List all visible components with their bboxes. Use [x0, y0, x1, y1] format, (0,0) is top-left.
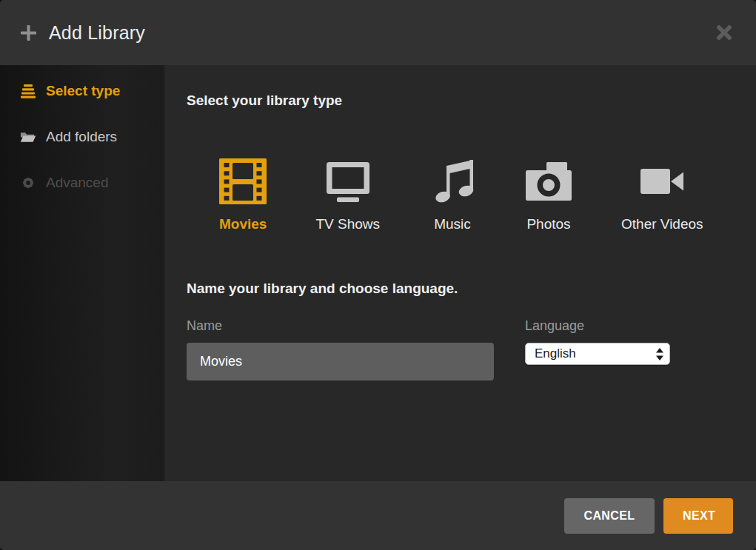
close-button[interactable] [713, 21, 735, 44]
add-library-dialog: Add Library [0, 0, 756, 550]
close-icon [716, 24, 732, 41]
select-arrows-icon [655, 347, 664, 361]
next-button[interactable]: NEXT [663, 498, 733, 534]
language-field-group: Language English [525, 318, 673, 380]
folder-open-icon [20, 130, 36, 144]
list-icon [20, 84, 36, 98]
library-type-label: Movies [219, 216, 267, 232]
library-type-label: TV Shows [315, 216, 380, 232]
dialog-footer: CANCEL NEXT [0, 481, 756, 550]
camera-icon [525, 158, 572, 205]
library-type-movies[interactable]: Movies [219, 158, 267, 232]
library-type-label: Music [434, 216, 471, 232]
tv-icon [324, 158, 372, 205]
sidebar-item-advanced[interactable]: Advanced [0, 173, 164, 192]
video-camera-icon [638, 158, 686, 205]
name-label: Name [187, 318, 494, 334]
library-name-input[interactable] [187, 343, 494, 380]
library-type-music[interactable]: Music [429, 158, 476, 232]
language-select-value: English [535, 346, 576, 361]
sidebar-item-label: Advanced [46, 175, 109, 191]
dialog-body: Select type Add folders [0, 65, 756, 481]
name-language-form: Name Language English [187, 318, 734, 380]
name-field-group: Name [187, 318, 494, 380]
language-select[interactable]: English [525, 343, 670, 365]
steps-sidebar: Select type Add folders [0, 65, 164, 481]
dialog-title: Add Library [49, 22, 145, 44]
library-type-label: Photos [526, 216, 570, 232]
sidebar-item-label: Add folders [46, 129, 117, 145]
film-icon [219, 158, 267, 205]
library-type-tv-shows[interactable]: TV Shows [315, 158, 380, 232]
cancel-button[interactable]: CANCEL [564, 498, 655, 534]
library-type-heading: Select your library type [187, 93, 734, 109]
sidebar-item-add-folders[interactable]: Add folders [0, 127, 164, 147]
library-type-photos[interactable]: Photos [525, 158, 572, 232]
dialog-header: Add Library [0, 0, 756, 65]
music-note-icon [429, 158, 476, 205]
gear-icon [20, 175, 36, 190]
sidebar-item-select-type[interactable]: Select type [0, 81, 164, 101]
plus-icon [21, 25, 36, 41]
library-type-picker: Movies TV Shows [219, 158, 734, 232]
language-label: Language [525, 318, 673, 334]
library-type-label: Other Videos [621, 216, 703, 232]
sidebar-item-label: Select type [46, 83, 120, 99]
name-language-heading: Name your library and choose language. [187, 281, 734, 297]
library-type-other-videos[interactable]: Other Videos [621, 158, 703, 232]
dialog-content: Select your library type [164, 65, 756, 481]
